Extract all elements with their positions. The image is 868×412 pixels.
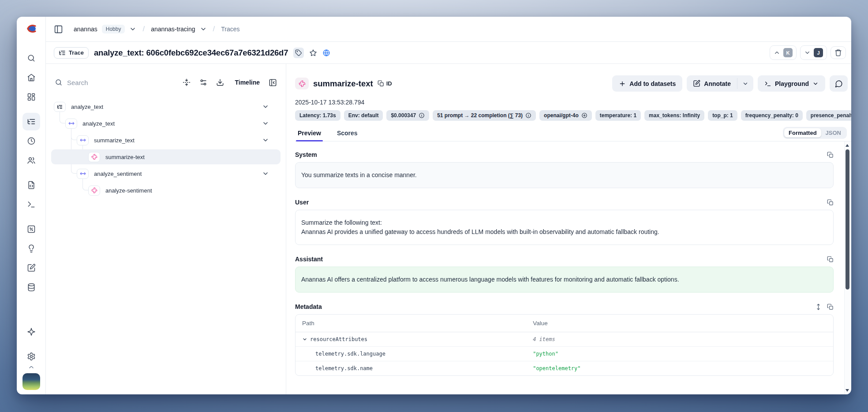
timeline-toggle[interactable]: Timeline — [235, 79, 260, 86]
star-icon[interactable] — [309, 49, 317, 57]
trace-type-badge: Trace — [54, 47, 89, 59]
org-chevron-down-icon[interactable] — [129, 26, 136, 33]
copy-icon[interactable] — [827, 199, 834, 206]
tree-row[interactable]: analyze-sentiment — [51, 182, 281, 199]
playground-button[interactable]: Playground — [758, 75, 825, 92]
tokens-badge: 51 prompt → 22 completion (∑ 73) — [433, 110, 536, 121]
content-panels: Timeline analyze_text — [46, 64, 851, 394]
search-input[interactable] — [67, 79, 174, 86]
sidebar-item-annotations[interactable] — [22, 259, 40, 277]
table-row[interactable]: resourceAttributes 4 items — [296, 332, 833, 347]
table-row[interactable]: telemetry.sdk.name "opentelemetry" — [296, 361, 833, 375]
profile-chevron-up-icon[interactable] — [28, 366, 35, 371]
breadcrumb-separator: / — [213, 25, 215, 33]
sidebar-item-tracing[interactable] — [22, 113, 40, 130]
copy-id-button[interactable]: ID — [378, 80, 392, 87]
breadcrumb-section[interactable]: Traces — [221, 26, 239, 33]
table-row[interactable]: telemetry.sdk.language "python" — [296, 347, 833, 361]
annotate-pen-icon — [693, 80, 700, 87]
sidebar-item-insights[interactable] — [22, 240, 40, 257]
sidebar-item-sessions[interactable] — [22, 132, 40, 150]
collapse-chevron-icon[interactable] — [262, 103, 269, 110]
info-icon[interactable] — [525, 112, 531, 119]
format-formatted[interactable]: Formatted — [784, 128, 821, 137]
scroll-up-arrow[interactable] — [845, 142, 850, 148]
public-globe-icon[interactable] — [322, 49, 330, 57]
format-json[interactable]: JSON — [821, 128, 846, 137]
sidebar-item-evaluators[interactable] — [22, 220, 40, 238]
collapse-chevron-icon[interactable] — [302, 337, 307, 342]
comment-bubble-icon — [835, 80, 843, 88]
trace-tree-panel: Timeline analyze_text — [46, 64, 286, 394]
preview-scroll-area: System You summarize texts in a concise … — [295, 141, 851, 394]
generation-icon — [295, 78, 309, 89]
user-section: User Summarize the following text: Anann… — [295, 199, 834, 245]
collapse-chevron-icon[interactable] — [262, 120, 269, 127]
sidebar-item-home[interactable] — [22, 69, 40, 86]
latency-badge: Latency: 1.73s — [295, 110, 340, 121]
collapse-panel-icon[interactable] — [269, 78, 277, 87]
tree-row[interactable]: analyze_text — [51, 98, 281, 115]
presence-penalty-badge: presence_penalty: 0 — [806, 110, 851, 121]
view-settings-icon[interactable] — [199, 78, 207, 86]
system-message: You summarize texts in a concise manner. — [295, 162, 834, 188]
delete-trace-button[interactable] — [831, 46, 846, 59]
plus-circle-icon[interactable] — [581, 112, 587, 119]
add-to-datasets-button[interactable]: Add to datasets — [612, 75, 682, 92]
assistant-heading: Assistant — [295, 256, 323, 263]
sidebar-item-prompts[interactable] — [22, 176, 40, 194]
project-chevron-down-icon[interactable] — [200, 26, 207, 33]
observation-timestamp: 2025-10-17 13:53:28.794 — [295, 99, 851, 106]
app-window: anannas Hobby / anannas-tracing / Traces… — [17, 17, 851, 394]
annotate-dropdown-button[interactable] — [737, 75, 753, 92]
sidebar-item-dashboard[interactable] — [22, 88, 40, 106]
sidebar-item-search[interactable] — [22, 49, 40, 67]
tag-icon[interactable] — [293, 48, 304, 58]
scrollbar-thumb[interactable] — [846, 149, 849, 290]
sidebar-item-playground[interactable] — [22, 196, 40, 213]
user-heading: User — [295, 199, 309, 206]
detail-tabs: Preview Scores Formatted JSON — [295, 127, 851, 141]
info-icon[interactable] — [419, 112, 425, 119]
span-icon — [65, 119, 77, 129]
observation-detail-panel: summarize-text ID Add to datasets — [286, 64, 851, 394]
sidebar-item-users[interactable] — [22, 152, 40, 169]
tree-row[interactable]: analyze_text — [51, 115, 281, 132]
tab-scores[interactable]: Scores — [335, 130, 359, 141]
vertical-scrollbar[interactable] — [844, 141, 850, 394]
upgrade-sparkle-icon[interactable] — [22, 323, 40, 341]
copy-icon[interactable] — [827, 256, 834, 263]
sidebar-toggle-icon[interactable] — [54, 25, 63, 34]
copy-icon[interactable] — [827, 304, 834, 310]
copy-icon[interactable] — [827, 152, 834, 158]
prev-trace-button[interactable]: K — [770, 45, 797, 60]
copy-icon — [378, 80, 384, 87]
tab-preview[interactable]: Preview — [296, 130, 323, 141]
sidebar-item-datasets[interactable] — [22, 278, 40, 296]
span-tree: analyze_text analyze_text summarize_text — [51, 98, 281, 394]
settings-gear-icon[interactable] — [22, 348, 40, 365]
observation-title: summarize-text — [313, 79, 373, 89]
next-trace-button[interactable]: J — [800, 45, 827, 60]
assistant-message: Anannas AI offers a centralized platform… — [295, 267, 834, 293]
download-icon[interactable] — [216, 78, 224, 86]
tree-toolbar: Timeline — [51, 75, 281, 91]
workspace-avatar[interactable] — [22, 373, 40, 390]
metadata-table-header: Path Value — [296, 315, 833, 332]
tree-row-selected[interactable]: summarize-text — [51, 148, 281, 165]
collapse-chevron-icon[interactable] — [262, 170, 269, 177]
breadcrumb-org[interactable]: anannas — [74, 26, 97, 33]
scroll-down-arrow[interactable] — [845, 387, 850, 393]
breadcrumb-project[interactable]: anannas-tracing — [151, 26, 195, 33]
tree-row[interactable]: analyze_sentiment — [51, 165, 281, 182]
anannas-logo-icon[interactable] — [26, 24, 37, 35]
fold-vertical-icon[interactable] — [183, 78, 191, 86]
collapse-chevron-icon[interactable] — [262, 137, 269, 144]
expand-vertical-icon[interactable] — [815, 304, 822, 310]
annotate-button[interactable]: Annotate — [687, 75, 737, 92]
comments-button[interactable] — [830, 75, 848, 92]
format-toggle: Formatted JSON — [783, 127, 847, 139]
breadcrumb-separator: / — [142, 25, 145, 33]
tree-row[interactable]: summarize_text — [51, 132, 281, 148]
max-tokens-badge: max_tokens: Infinity — [644, 110, 704, 121]
